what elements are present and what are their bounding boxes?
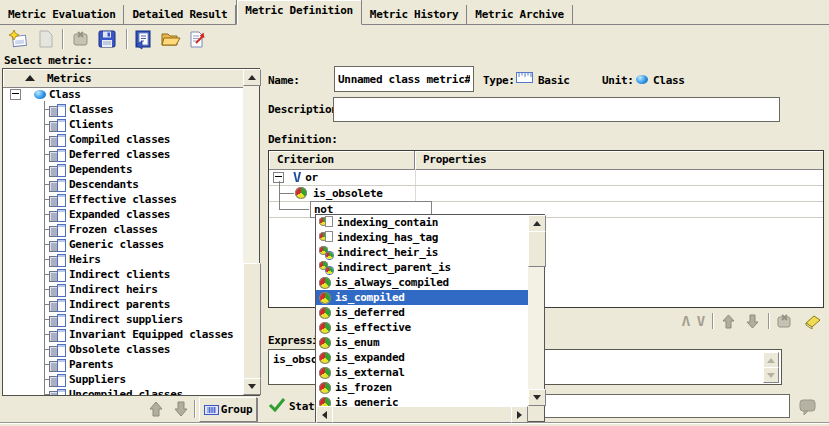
criterion-option[interactable]: is_deferred (316, 305, 528, 320)
criterion-option[interactable]: is_generic (316, 395, 528, 406)
metric-icon (49, 134, 66, 146)
import-metrics-button[interactable] (131, 27, 155, 51)
pie-link-icon (319, 246, 333, 259)
toolbar-separator (62, 29, 63, 49)
metric-tree-root[interactable]: Class (3, 87, 243, 102)
expression-scroll-down-button[interactable] (763, 367, 779, 383)
tab-metric-history[interactable]: Metric History (362, 5, 468, 24)
tree-vertical-scrollbar[interactable] (243, 69, 259, 395)
metric-tree-item-label: Indirect heirs (69, 283, 158, 296)
criterion-option[interactable]: indirect_parent_is (316, 260, 528, 275)
group-toggle-button[interactable]: Group (199, 397, 257, 422)
metric-icon (49, 359, 66, 371)
tab-metric-archive[interactable]: Metric Archive (467, 5, 573, 24)
metric-tree-item[interactable]: Parents (3, 357, 243, 372)
move-metric-down-button[interactable] (171, 399, 191, 419)
metric-tree-item[interactable]: Effective classes (3, 192, 243, 207)
scroll-right-button[interactable] (511, 406, 528, 423)
properties-column-header[interactable]: Properties (415, 151, 823, 169)
tab-detailed-result[interactable]: Detailed Result (124, 5, 236, 24)
duplicate-metric-button[interactable] (33, 27, 57, 51)
metric-tree-item[interactable]: Dependents (3, 162, 243, 177)
and-operator-button[interactable]: Λ (682, 314, 690, 328)
criterion-option[interactable]: is_frozen (316, 380, 528, 395)
pie-doc-icon (319, 231, 333, 244)
move-criterion-down-button[interactable] (744, 313, 761, 330)
metric-tree-item[interactable]: Classes (3, 102, 243, 117)
metric-tree-item[interactable]: Indirect clients (3, 267, 243, 282)
scroll-down-button[interactable] (528, 389, 546, 406)
metric-icon (49, 299, 66, 311)
metric-tree-item[interactable]: Obsolete classes (3, 342, 243, 357)
criterion-option[interactable]: is_always_compiled (316, 275, 528, 290)
criterion-option[interactable]: is_expanded (316, 350, 528, 365)
delete-metric-icon (70, 28, 92, 50)
dropdown-vertical-scrollbar[interactable] (528, 215, 544, 406)
scroll-thumb[interactable] (528, 231, 546, 267)
metric-tree-item[interactable]: Frozen classes (3, 222, 243, 237)
metric-tree-item[interactable]: Uncompiled classes (3, 387, 243, 395)
collapse-icon[interactable] (10, 89, 21, 100)
scroll-up-button[interactable] (243, 69, 261, 86)
metrics-column-header[interactable]: Metrics (3, 69, 243, 88)
move-metric-up-button[interactable] (146, 399, 166, 419)
criterion-option-label: is_enum (335, 336, 379, 349)
metric-icon (49, 239, 66, 251)
expression-scroll-up-button[interactable] (763, 352, 779, 368)
criterion-option[interactable]: indexing_contain (316, 215, 528, 230)
metric-tree-item[interactable]: Heirs (3, 252, 243, 267)
metric-tree-item[interactable]: Compiled classes (3, 132, 243, 147)
criterion-option[interactable]: is_effective (316, 320, 528, 335)
metric-tree-panel: Metrics Class ClassesClientsCompiled cla… (2, 68, 260, 396)
metric-tree-item[interactable]: Clients (3, 117, 243, 132)
criterion-column-header[interactable]: Criterion (269, 151, 415, 169)
scroll-thumb[interactable] (332, 406, 512, 423)
definition-row-or[interactable]: V or (269, 169, 823, 186)
comment-button[interactable] (798, 398, 818, 416)
metric-tree-item[interactable]: Invariant Equipped classes (3, 327, 243, 342)
metric-tree-item-label: Deferred classes (69, 148, 170, 161)
or-operator-button[interactable]: V (697, 314, 705, 328)
criterion-option[interactable]: is_compiled (316, 290, 528, 305)
metric-tree-item[interactable]: Indirect heirs (3, 282, 243, 297)
scroll-up-button[interactable] (528, 215, 546, 232)
erase-criterion-button[interactable] (802, 313, 822, 329)
tab-metric-definition[interactable]: Metric Definition (236, 0, 361, 25)
name-input[interactable] (334, 66, 474, 92)
metric-tree-item-label: Obsolete classes (69, 343, 170, 356)
open-folder-icon (159, 28, 181, 50)
metric-tree-item-label: Dependents (69, 163, 132, 176)
unit-value: Class (653, 74, 685, 87)
scroll-down-button[interactable] (243, 378, 261, 395)
metric-tree-item[interactable]: Indirect suppliers (3, 312, 243, 327)
scroll-left-button[interactable] (316, 406, 333, 423)
tab-metric-evaluation[interactable]: Metric Evaluation (0, 5, 124, 24)
criterion-option[interactable]: indexing_has_tag (316, 230, 528, 245)
criterion-option-label: is_generic (335, 396, 398, 406)
metric-icon (49, 224, 66, 236)
open-metrics-file-button[interactable] (158, 27, 182, 51)
scroll-thumb[interactable] (243, 263, 261, 379)
export-metrics-button[interactable] (185, 27, 209, 51)
criterion-option-label: indirect_parent_is (337, 261, 451, 274)
move-criterion-up-button[interactable] (720, 313, 737, 330)
criterion-option[interactable]: is_enum (316, 335, 528, 350)
delete-criterion-button[interactable] (776, 313, 795, 330)
metric-tree-item[interactable]: Suppliers (3, 372, 243, 387)
metric-icon (49, 104, 66, 116)
metric-tree-item[interactable]: Indirect parents (3, 297, 243, 312)
metric-tree-item[interactable]: Expanded classes (3, 207, 243, 222)
criterion-option[interactable]: is_external (316, 365, 528, 380)
metric-icon (49, 149, 66, 161)
new-metric-button[interactable] (6, 27, 30, 51)
delete-metric-button[interactable] (69, 27, 93, 51)
dropdown-horizontal-scrollbar[interactable] (316, 406, 528, 421)
definition-row-is-obsolete[interactable]: is_obsolete (269, 185, 823, 202)
metric-tree-item[interactable]: Descendants (3, 177, 243, 192)
metric-tree-item[interactable]: Generic classes (3, 237, 243, 252)
save-metric-button[interactable] (95, 27, 119, 51)
description-input[interactable] (333, 97, 780, 122)
criterion-option[interactable]: indirect_heir_is (316, 245, 528, 260)
metric-tree-item[interactable]: Deferred classes (3, 147, 243, 162)
metric-tree-item-label: Frozen classes (69, 223, 158, 236)
